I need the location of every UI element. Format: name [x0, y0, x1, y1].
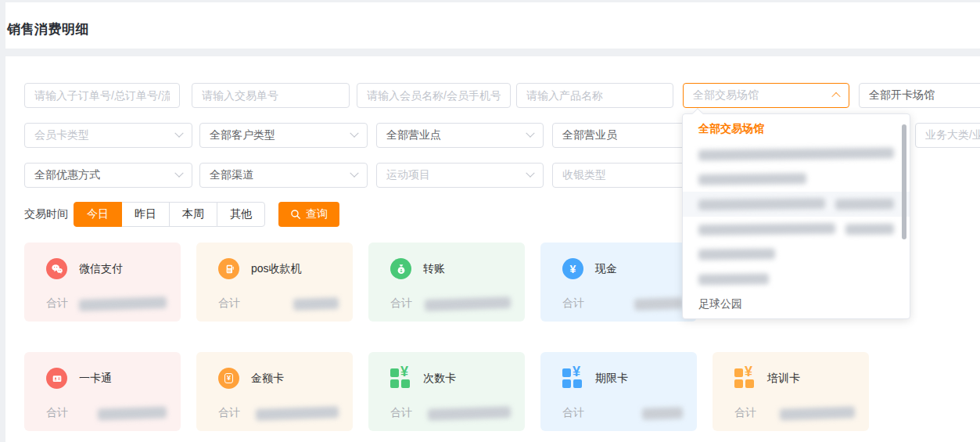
time-filter-label: 交易时间 — [24, 207, 68, 221]
dropdown-option-all-venues[interactable]: 全部交易场馆 — [683, 117, 910, 142]
product-input[interactable] — [516, 83, 673, 108]
chevron-down-icon — [174, 169, 183, 178]
card-name: 金额卡 — [251, 372, 284, 386]
chevron-down-icon — [526, 129, 534, 138]
search-button-label: 查询 — [306, 207, 328, 221]
total-label: 合计 — [218, 296, 240, 311]
order-no-input[interactable] — [24, 83, 180, 108]
card-name: 现金 — [595, 262, 617, 276]
page: 销售消费明细 全部交易场馆 全部开卡场馆 会员卡类型 全部客户类型 全部营业点 — [0, 0, 980, 442]
chevron-down-icon — [350, 129, 358, 138]
card-name: 转账 — [423, 262, 445, 276]
redacted-text — [698, 223, 835, 235]
card-name: 微信支付 — [79, 262, 123, 276]
total-label: 合计 — [562, 296, 584, 311]
dropdown-option-redacted[interactable] — [683, 242, 910, 267]
member-input[interactable] — [357, 83, 511, 108]
select-business-category-value: 业务大类/业务 — [925, 128, 980, 142]
total-label: 合计 — [390, 406, 412, 420]
redacted-text — [835, 199, 894, 210]
tab-this-week[interactable]: 本周 — [169, 202, 217, 227]
card-name: 期限卡 — [595, 372, 628, 386]
select-trade-venue-value: 全部交易场馆 — [693, 88, 759, 102]
select-member-card-type[interactable]: 会员卡类型 — [24, 123, 192, 148]
total-label: 合计 — [218, 406, 240, 420]
page-header: 销售消费明细 — [5, 2, 980, 49]
select-open-card-venue-value: 全部开卡场馆 — [869, 88, 935, 102]
dropdown-scrollbar[interactable] — [902, 124, 906, 239]
search-button[interactable]: 查询 — [278, 202, 339, 227]
redacted-total-value — [425, 296, 511, 311]
select-business-point[interactable]: 全部营业点 — [376, 123, 544, 148]
dropdown-option-redacted[interactable] — [683, 167, 910, 192]
select-sport-item[interactable]: 运动项目 — [376, 163, 544, 188]
summary-card-cash: ¥ 现金 合计 — [540, 243, 697, 322]
dropdown-option-redacted[interactable] — [683, 217, 910, 242]
redacted-text — [845, 224, 894, 235]
card-name: 一卡通 — [79, 372, 112, 386]
squares-yen-icon: ¥ — [562, 368, 583, 389]
redacted-total-value — [256, 406, 339, 421]
summary-card-training-card: ¥ 培训卡 合计 — [713, 352, 869, 431]
redacted-text — [698, 248, 775, 260]
select-business-point-value: 全部营业点 — [386, 128, 441, 142]
select-trade-venue[interactable]: 全部交易场馆 — [683, 83, 849, 108]
redacted-total-value — [293, 296, 339, 310]
select-discount-type[interactable]: 全部优惠方式 — [24, 163, 192, 188]
chevron-down-icon — [174, 129, 183, 138]
redacted-total-value — [780, 406, 855, 420]
select-sport-item-value: 运动项目 — [386, 168, 430, 182]
select-channel-value: 全部渠道 — [210, 168, 253, 182]
chevron-down-icon — [526, 169, 534, 178]
select-salesperson-value: 全部营业员 — [562, 128, 617, 142]
redacted-text — [698, 273, 769, 285]
summary-card-amount-card: ¥ 金额卡 合计 — [196, 352, 353, 431]
select-business-category[interactable]: 业务大类/业务 — [915, 123, 980, 148]
search-icon — [290, 209, 301, 220]
page-title: 销售消费明细 — [5, 2, 980, 38]
redacted-total-value — [79, 296, 167, 311]
total-label: 合计 — [46, 296, 68, 311]
summary-card-all-in-one: 一卡通 合计 — [24, 352, 181, 431]
select-customer-type-value: 全部客户类型 — [210, 128, 275, 142]
dropdown-option-redacted[interactable] — [683, 142, 910, 167]
time-tabs: 今日 昨日 本周 其他 — [74, 202, 265, 227]
tab-today[interactable]: 今日 — [74, 202, 122, 227]
redacted-total-value — [634, 296, 683, 310]
venue-dropdown-panel: 全部交易场馆 足球公园 — [682, 113, 910, 319]
chevron-down-icon — [350, 169, 358, 178]
summary-card-transfer: 转账 合计 — [368, 243, 525, 322]
redacted-total-value — [98, 406, 167, 420]
select-member-card-type-value: 会员卡类型 — [34, 128, 89, 142]
tab-yesterday[interactable]: 昨日 — [121, 202, 170, 227]
id-card-icon — [46, 368, 67, 389]
cash-yen-icon: ¥ — [562, 258, 583, 279]
dropdown-option-redacted[interactable] — [683, 267, 910, 292]
dropdown-option-redacted[interactable] — [683, 192, 910, 217]
summary-card-pos: pos收款机 合计 — [196, 243, 353, 322]
total-label: 合计 — [734, 406, 756, 420]
summary-card-count-card: ¥ 次数卡 合计 — [368, 352, 525, 431]
select-customer-type[interactable]: 全部客户类型 — [199, 123, 368, 148]
dropdown-option-football-park[interactable]: 足球公园 — [683, 292, 910, 317]
card-name: pos收款机 — [251, 262, 302, 276]
select-discount-type-value: 全部优惠方式 — [34, 168, 100, 182]
summary-card-wechat-pay: 微信支付 合计 — [24, 243, 181, 322]
total-label: 合计 — [562, 406, 584, 420]
total-label: 合计 — [46, 406, 68, 420]
select-channel[interactable]: 全部渠道 — [199, 163, 368, 188]
card-name: 培训卡 — [767, 372, 800, 386]
redacted-text — [698, 173, 806, 185]
card-name: 次数卡 — [423, 372, 456, 386]
tab-other[interactable]: 其他 — [217, 202, 265, 227]
total-label: 合计 — [390, 296, 412, 311]
select-cashier-type-value: 收银类型 — [562, 168, 606, 182]
redacted-total-value — [428, 406, 511, 421]
trade-no-input[interactable] — [192, 83, 350, 108]
summary-card-term-card: ¥ 期限卡 合计 — [540, 352, 697, 431]
redacted-text — [698, 198, 825, 210]
select-open-card-venue[interactable]: 全部开卡场馆 — [859, 83, 980, 108]
squares-yen-icon: ¥ — [390, 368, 411, 389]
pos-machine-icon — [218, 258, 239, 279]
amount-card-icon: ¥ — [218, 368, 239, 389]
